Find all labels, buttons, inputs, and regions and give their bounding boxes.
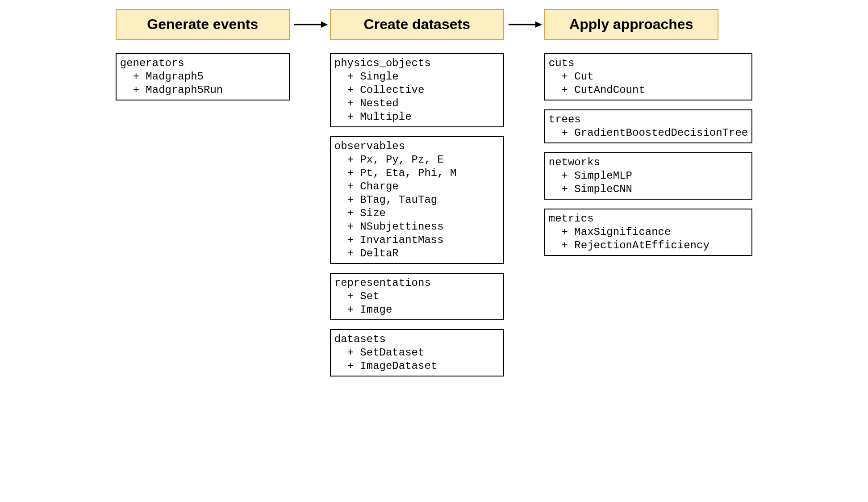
column-datasets: physics_objects + Single + Collective + …: [330, 53, 504, 376]
module-item: + MaxSignificance: [549, 226, 748, 239]
header-generate-events: Generate events: [116, 9, 290, 40]
module-observables: observables + Px, Py, Pz, E + Pt, Eta, P…: [330, 136, 504, 264]
module-item: + Pt, Eta, Phi, M: [334, 167, 500, 180]
module-title: generators: [120, 57, 285, 70]
diagram-inner: Generate events Create datasets Apply ap…: [116, 9, 752, 376]
module-datasets: datasets + SetDataset + ImageDataset: [330, 329, 504, 376]
module-item: + ImageDataset: [334, 360, 500, 373]
module-items: + Single + Collective + Nested + Multipl…: [334, 70, 500, 124]
module-items: + GradientBoostedDecisionTree: [549, 126, 748, 140]
module-item: + SimpleMLP: [549, 169, 748, 183]
module-items: + Set + Image: [334, 290, 500, 317]
module-item: + NSubjettiness: [334, 220, 500, 234]
header-apply-approaches: Apply approaches: [544, 9, 718, 40]
module-metrics: metrics + MaxSignificance + RejectionAtE…: [544, 209, 752, 256]
module-item: + Nested: [334, 97, 500, 110]
module-item: + InvariantMass: [334, 234, 500, 247]
module-items: + SimpleMLP + SimpleCNN: [549, 169, 748, 196]
module-item: + GradientBoostedDecisionTree: [549, 126, 748, 140]
module-title: trees: [549, 113, 748, 126]
module-item: + Set: [334, 290, 500, 303]
module-item: + DeltaR: [334, 247, 500, 260]
module-generators: generators + Madgraph5 + Madgraph5Run: [116, 53, 290, 100]
columns-wrap: generators + Madgraph5 + Madgraph5Run ph…: [116, 53, 752, 376]
module-representations: representations + Set + Image: [330, 273, 504, 320]
module-trees: trees + GradientBoostedDecisionTree: [544, 109, 752, 143]
workflow-diagram: Generate events Create datasets Apply ap…: [9, 9, 859, 376]
module-item: + SetDataset: [334, 346, 500, 360]
svg-marker-1: [321, 21, 328, 28]
arrow-1-wrap: [290, 18, 330, 31]
svg-marker-3: [535, 21, 542, 28]
module-item: + CutAndCount: [549, 84, 748, 97]
arrow-2-wrap: [504, 18, 544, 31]
module-item: + RejectionAtEfficiency: [549, 239, 748, 252]
module-physics-objects: physics_objects + Single + Collective + …: [330, 53, 504, 127]
header-create-datasets: Create datasets: [330, 9, 504, 40]
module-item: + Size: [334, 207, 500, 220]
module-items: + Cut + CutAndCount: [549, 70, 748, 97]
module-networks: networks + SimpleMLP + SimpleCNN: [544, 152, 752, 200]
module-title: representations: [334, 276, 500, 290]
module-item: + Multiple: [334, 110, 500, 124]
module-title: datasets: [334, 333, 500, 346]
module-item: + Px, Py, Pz, E: [334, 153, 500, 167]
module-cuts: cuts + Cut + CutAndCount: [544, 53, 752, 100]
module-items: + Px, Py, Pz, E + Pt, Eta, Phi, M + Char…: [334, 153, 500, 260]
module-item: + Cut: [549, 70, 748, 84]
module-title: metrics: [549, 212, 748, 226]
module-item: + BTag, TauTag: [334, 193, 500, 207]
module-item: + SimpleCNN: [549, 183, 748, 196]
module-item: + Image: [334, 303, 500, 317]
module-item: + Single: [334, 70, 500, 84]
module-items: + Madgraph5 + Madgraph5Run: [120, 70, 285, 97]
arrow-right-icon: [292, 18, 328, 31]
module-item: + Collective: [334, 84, 500, 97]
module-title: cuts: [549, 57, 748, 70]
column-generate: generators + Madgraph5 + Madgraph5Run: [116, 53, 290, 100]
module-title: observables: [334, 140, 500, 153]
module-item: + Madgraph5Run: [120, 84, 285, 97]
header-row: Generate events Create datasets Apply ap…: [116, 9, 752, 40]
module-title: physics_objects: [334, 57, 500, 70]
arrow-right-icon: [506, 18, 542, 31]
module-item: + Charge: [334, 180, 500, 193]
module-title: networks: [549, 156, 748, 169]
module-item: + Madgraph5: [120, 70, 285, 84]
column-approaches: cuts + Cut + CutAndCount trees + Gradien…: [544, 53, 752, 256]
module-items: + SetDataset + ImageDataset: [334, 346, 500, 373]
module-items: + MaxSignificance + RejectionAtEfficienc…: [549, 226, 748, 252]
